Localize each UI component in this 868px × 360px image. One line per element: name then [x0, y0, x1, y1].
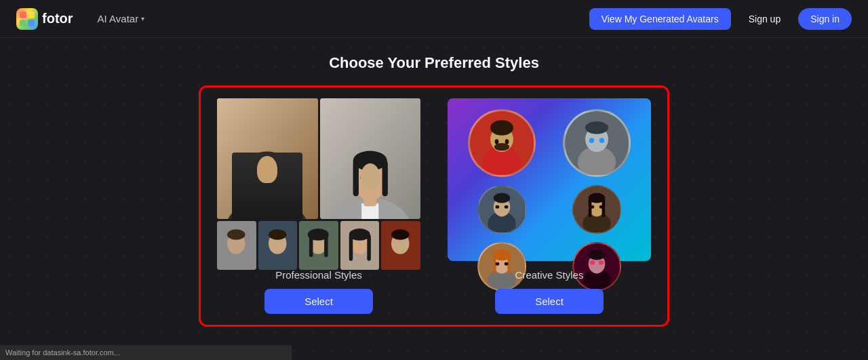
svg-point-74	[599, 205, 604, 209]
svg-point-81	[496, 262, 500, 266]
svg-point-27	[227, 229, 245, 240]
svg-rect-36	[309, 235, 313, 257]
svg-rect-7	[256, 203, 277, 219]
chevron-down-icon: ▾	[141, 15, 144, 22]
ai-avatar-label: AI Avatar	[98, 13, 139, 24]
professional-top-row	[217, 98, 420, 219]
professional-style-label: Professional Styles	[275, 269, 362, 281]
svg-point-23	[374, 176, 379, 180]
svg-rect-43	[367, 235, 371, 261]
svg-point-47	[391, 229, 410, 240]
svg-rect-1	[28, 12, 35, 18]
svg-rect-37	[324, 235, 328, 257]
professional-male-main-image	[217, 98, 318, 219]
status-bar: Waiting for datasink-sa.fotor.com...	[0, 345, 292, 360]
signup-button[interactable]: Sign up	[739, 8, 790, 30]
svg-rect-9	[260, 191, 274, 206]
svg-point-11	[248, 152, 285, 173]
professional-small-image-3	[299, 221, 338, 270]
styles-selection-container: Professional Styles Select	[199, 85, 669, 327]
logo[interactable]: fotor	[16, 8, 73, 30]
svg-point-73	[591, 205, 595, 209]
view-avatars-button[interactable]: View My Generated Avatars	[589, 8, 731, 30]
svg-point-51	[490, 120, 513, 136]
professional-bottom-row	[217, 221, 420, 270]
header: fotor AI Avatar ▾ View My Generated Avat…	[0, 0, 868, 38]
professional-small-image-5	[381, 221, 420, 270]
creative-preview-grid	[448, 98, 651, 261]
professional-preview-grid	[217, 98, 420, 261]
creative-avatar-2	[563, 109, 631, 177]
svg-point-31	[269, 229, 287, 240]
svg-point-64	[494, 193, 511, 203]
main-content: Choose Your Preferred Styles	[0, 38, 868, 327]
svg-point-22	[360, 176, 365, 180]
svg-point-88	[599, 260, 604, 265]
logo-text: fotor	[42, 11, 73, 26]
svg-rect-3	[28, 20, 35, 26]
creative-avatar-5	[477, 242, 526, 291]
svg-point-13	[271, 176, 277, 180]
svg-rect-20	[353, 161, 358, 196]
header-actions: View My Generated Avatars Sign up Sign i…	[589, 8, 852, 30]
creative-style-label: Creative Styles	[515, 269, 584, 281]
creative-avatar-4	[572, 185, 621, 234]
professional-small-image-1	[217, 221, 256, 270]
page-title: Choose Your Preferred Styles	[329, 54, 539, 72]
ai-avatar-nav[interactable]: AI Avatar ▾	[90, 9, 153, 28]
professional-style-card: Professional Styles Select	[217, 98, 420, 314]
svg-point-6	[224, 198, 310, 219]
svg-point-10	[248, 159, 285, 201]
creative-select-button[interactable]: Select	[495, 289, 604, 314]
svg-rect-0	[20, 12, 26, 18]
svg-point-66	[505, 205, 509, 209]
fotor-logo-icon	[16, 8, 38, 30]
svg-point-53	[495, 139, 499, 144]
svg-point-82	[505, 262, 509, 266]
svg-rect-21	[382, 161, 387, 196]
svg-rect-5	[217, 98, 318, 219]
svg-rect-42	[349, 235, 353, 261]
creative-avatar-1	[468, 109, 536, 177]
creative-avatar-3	[477, 185, 526, 234]
professional-small-image-2	[258, 221, 298, 270]
professional-select-button[interactable]: Select	[264, 289, 373, 314]
signin-button[interactable]: Sign in	[798, 8, 852, 30]
svg-point-59	[589, 138, 595, 143]
svg-point-60	[599, 138, 605, 143]
svg-point-65	[496, 205, 500, 209]
svg-point-58	[585, 121, 608, 134]
svg-point-87	[590, 260, 595, 265]
svg-marker-8	[266, 203, 270, 219]
svg-rect-2	[20, 20, 26, 26]
svg-point-12	[257, 176, 262, 180]
professional-female-main-image	[320, 98, 421, 219]
creative-style-card: Creative Styles Select	[448, 98, 651, 314]
status-text: Waiting for datasink-sa.fotor.com...	[5, 348, 120, 357]
svg-point-54	[505, 139, 509, 144]
svg-point-86	[589, 249, 606, 260]
professional-small-image-4	[340, 221, 380, 270]
creative-avatar-6	[572, 242, 621, 291]
